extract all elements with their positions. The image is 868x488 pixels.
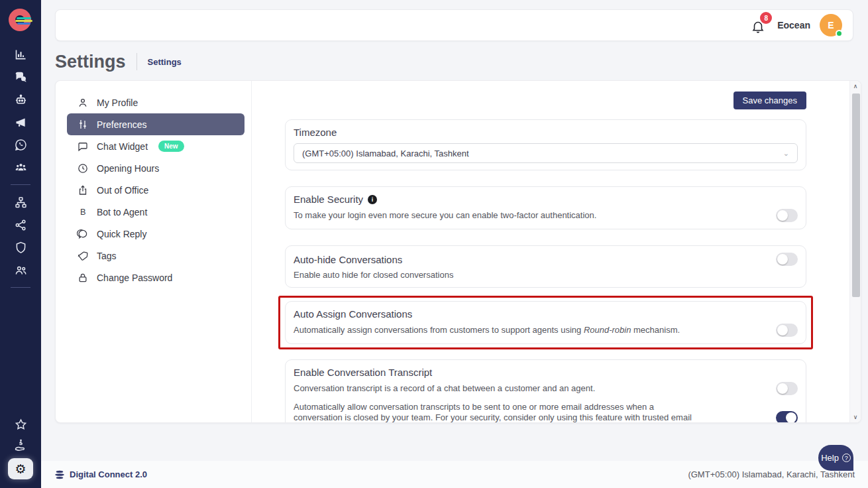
shield-icon[interactable]	[13, 240, 28, 255]
save-changes-button[interactable]: Save changes	[733, 91, 806, 109]
footer-timezone-text: (GMT+05:00) Islamabad, Karachi, Tashkent	[688, 469, 855, 479]
breadcrumb[interactable]: Settings	[148, 57, 182, 67]
clock-icon	[77, 162, 89, 174]
auto-assign-title: Auto Assign Conversations	[294, 308, 798, 320]
bot-icon[interactable]	[13, 92, 28, 107]
notification-count-badge: 8	[760, 12, 772, 24]
online-status-dot	[836, 30, 843, 37]
sidebar-divider	[11, 184, 30, 185]
conversations-icon[interactable]	[13, 70, 28, 84]
transcript-row1-description: Conversation transcript is a record of a…	[294, 383, 595, 394]
menu-item-label: Out of Office	[97, 185, 148, 196]
payouts-icon[interactable]	[13, 438, 28, 452]
sidebar-bottom-nav: ⚙	[8, 417, 33, 488]
whatsapp-icon[interactable]	[13, 137, 28, 152]
conversation-transcript-card: Enable Conversation Transcript Conversat…	[285, 359, 806, 423]
tag-icon	[77, 250, 89, 262]
auto-hide-title: Auto-hide Conversations	[294, 254, 402, 265]
contacts-group-icon[interactable]	[13, 160, 28, 174]
page-title: Settings	[55, 52, 126, 72]
svg-text:B: B	[80, 207, 86, 217]
help-question-icon: ?	[842, 454, 851, 462]
quick-reply-icon	[77, 228, 89, 240]
footer-brand[interactable]: Digital Connect 2.0	[54, 469, 147, 480]
menu-item-bot-to-agent[interactable]: B Bot to Agent	[67, 201, 244, 223]
auto-hide-conversations-card: Auto-hide Conversations Enable auto hide…	[285, 245, 806, 288]
menu-item-label: Change Password	[97, 273, 172, 283]
auto-assign-toggle[interactable]	[776, 324, 798, 337]
share-icon[interactable]	[13, 217, 28, 232]
footer-brand-label: Digital Connect 2.0	[70, 469, 147, 479]
page-title-row: Settings Settings	[55, 51, 182, 72]
transcript-title: Enable Conversation Transcript	[294, 367, 798, 378]
menu-item-my-profile[interactable]: My Profile	[67, 91, 244, 113]
scroll-up-icon[interactable]: ∧	[850, 83, 861, 90]
settings-menu: My Profile Preferences Chat Widget New O…	[56, 81, 252, 422]
transcript-row2-toggle[interactable]	[776, 411, 798, 423]
enable-security-toggle[interactable]	[776, 209, 798, 222]
timezone-select[interactable]: (GMT+05:00) Islamabad, Karachi, Tashkent…	[294, 143, 798, 163]
footer: Digital Connect 2.0 (GMT+05:00) Islamaba…	[41, 461, 868, 488]
timezone-select-value: (GMT+05:00) Islamabad, Karachi, Tashkent	[302, 149, 469, 158]
menu-item-label: Bot to Agent	[97, 207, 147, 217]
enable-security-card: Enable Security i To make your login eve…	[285, 186, 806, 229]
menu-item-label: Preferences	[97, 119, 146, 130]
help-button[interactable]: Help ?	[818, 445, 853, 471]
menu-item-quick-reply[interactable]: Quick Reply	[67, 223, 244, 245]
transcript-row1-toggle[interactable]	[776, 382, 798, 395]
sidebar-divider	[11, 287, 30, 288]
red-annotation-box: Auto Assign Conversations Automatically …	[278, 296, 813, 349]
chevron-down-icon: ⌄	[783, 149, 789, 158]
menu-item-label: Chat Widget	[97, 141, 148, 152]
bot-to-agent-icon: B	[77, 206, 89, 218]
sidebar-nav	[11, 47, 30, 290]
enable-security-description: To make your login even more secure you …	[294, 210, 596, 221]
app-logo-icon[interactable]	[9, 9, 32, 32]
top-header-bar: 8 Eocean E	[55, 9, 853, 41]
timezone-card-title: Timezone	[294, 127, 798, 138]
help-label: Help	[821, 453, 839, 463]
campaigns-icon[interactable]	[13, 115, 28, 129]
menu-item-tags[interactable]: Tags	[67, 245, 244, 267]
title-divider	[136, 53, 137, 70]
notifications-bell-icon[interactable]: 8	[751, 17, 768, 34]
menu-item-chat-widget[interactable]: Chat Widget New	[67, 135, 244, 157]
lock-icon	[77, 272, 89, 284]
scrollbar-thumb[interactable]	[852, 93, 860, 297]
analytics-icon[interactable]	[13, 47, 28, 62]
info-icon[interactable]: i	[368, 195, 377, 204]
timezone-card: Timezone (GMT+05:00) Islamabad, Karachi,…	[285, 119, 806, 170]
sliders-icon	[77, 119, 89, 131]
menu-item-label: Quick Reply	[97, 229, 146, 239]
auto-assign-description: Automatically assign conversations from …	[294, 325, 680, 336]
menu-item-opening-hours[interactable]: Opening Hours	[67, 157, 244, 179]
auto-assign-conversations-card: Auto Assign Conversations Automatically …	[285, 301, 806, 344]
scrollbar[interactable]: ∧ ∨	[849, 81, 861, 422]
avatar[interactable]: E	[820, 14, 842, 36]
chat-widget-icon	[77, 141, 89, 152]
menu-item-label: My Profile	[97, 97, 138, 108]
globe-icon	[54, 469, 65, 480]
settings-gear-icon[interactable]: ⚙	[8, 458, 33, 479]
menu-item-change-password[interactable]: Change Password	[67, 267, 244, 288]
settings-content: Save changes Timezone (GMT+05:00) Islama…	[252, 81, 861, 422]
menu-item-preferences[interactable]: Preferences	[67, 113, 244, 135]
auto-hide-description: Enable auto hide for closed conversation…	[294, 270, 798, 280]
departments-icon[interactable]	[13, 195, 28, 210]
round-robin-term: Round-robin	[584, 325, 631, 335]
transcript-row2-description: Automatically allow conversation transcr…	[294, 402, 704, 423]
scroll-down-icon[interactable]: ∨	[850, 414, 861, 420]
menu-item-out-of-office[interactable]: Out of Office	[67, 179, 244, 201]
user-icon	[77, 97, 89, 109]
agents-icon[interactable]	[13, 263, 28, 277]
new-badge: New	[158, 141, 184, 152]
avatar-initial: E	[828, 20, 834, 30]
menu-item-label: Opening Hours	[97, 163, 159, 174]
app-sidebar: ⚙	[0, 0, 41, 488]
enable-security-title: Enable Security	[294, 194, 363, 205]
menu-item-label: Tags	[97, 251, 117, 261]
auto-hide-toggle[interactable]	[776, 253, 798, 266]
export-icon	[77, 184, 89, 196]
account-name[interactable]: Eocean	[777, 20, 810, 30]
star-icon[interactable]	[13, 417, 28, 432]
